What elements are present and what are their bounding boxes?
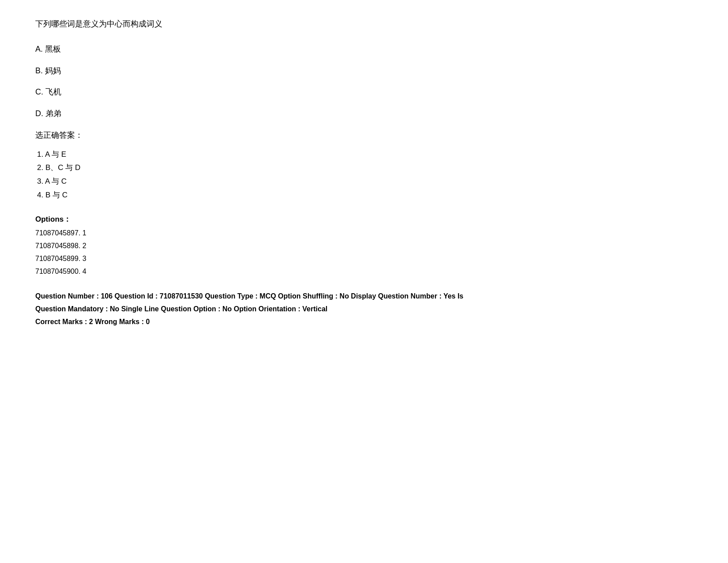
option-b: B. 妈妈 [35, 64, 693, 77]
answer-list: 1. A 与 E 2. B、C 与 D 3. A 与 C 4. B 与 C [35, 148, 693, 202]
question-container: 下列哪些词是意义为中心而构成词义 A. 黑板 B. 妈妈 C. 飞机 D. 弟弟… [35, 18, 693, 329]
answer-item-1: 1. A 与 E [37, 148, 693, 162]
answer-item-4: 4. B 与 C [37, 189, 693, 202]
answer-item-3: 3. A 与 C [37, 175, 693, 189]
meta-line-1: Question Number : 106 Question Id : 7108… [35, 290, 693, 303]
options-item-2: 71087045898. 2 [35, 240, 693, 253]
option-d: D. 弟弟 [35, 107, 693, 120]
options-item-1: 71087045897. 1 [35, 227, 693, 240]
options-item-4: 71087045900. 4 [35, 265, 693, 278]
meta-line-2: Question Mandatory : No Single Line Ques… [35, 303, 693, 316]
options-section: Options： 71087045897. 1 71087045898. 2 7… [35, 214, 693, 278]
question-text: 下列哪些词是意义为中心而构成词义 [35, 18, 693, 30]
options-heading: Options： [35, 214, 693, 224]
answer-item-2: 2. B、C 与 D [37, 161, 693, 175]
options-item-3: 71087045899. 3 [35, 253, 693, 265]
correct-answer-label: 选正确答案： [35, 129, 693, 142]
meta-section: Question Number : 106 Question Id : 7108… [35, 290, 693, 328]
option-a: A. 黑板 [35, 43, 693, 56]
meta-line-3: Correct Marks : 2 Wrong Marks : 0 [35, 316, 693, 329]
option-c: C. 飞机 [35, 86, 693, 98]
